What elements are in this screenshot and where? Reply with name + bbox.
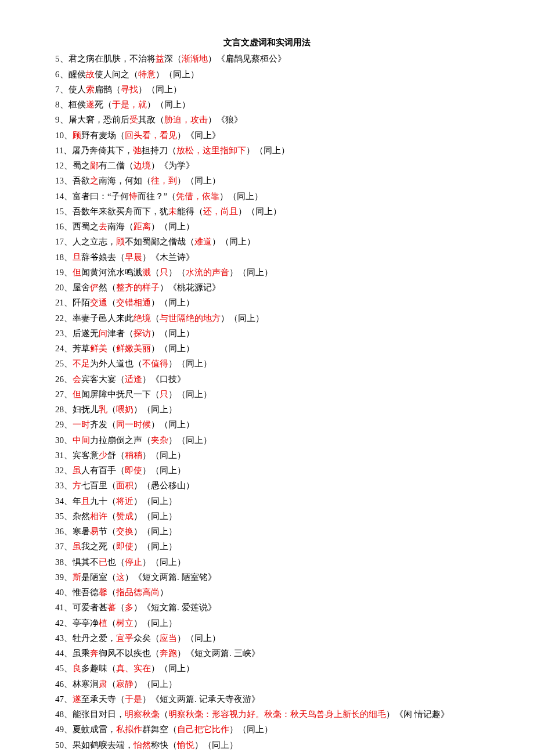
keyword-text: 渐渐地 — [182, 54, 208, 63]
list-item: 48、能张目对日，明察秋毫（明察秋毫：形容视力好。秋毫：秋天鸟兽身上新长的细毛）… — [55, 707, 479, 722]
keyword-text: 难道 — [194, 237, 212, 246]
entry-number: 21、 — [55, 298, 73, 307]
list-item: 7、使人索扁鹊（寻找）（同上） — [55, 82, 479, 97]
list-item: 14、富者曰：“子何恃而往？”（凭借，依靠）（同上） — [55, 189, 479, 204]
list-item: 16、西蜀之去南海（距离）（同上） — [55, 219, 479, 234]
keyword-text: 绝境 — [134, 314, 151, 323]
keyword-text: 不值得 — [142, 359, 168, 368]
keyword-text: 相许 — [90, 512, 107, 521]
body-text: ）（同上） — [134, 496, 177, 506]
list-item: 8、桓侯遂死（于是，就）（同上） — [55, 97, 479, 112]
body-text: 屋舍 — [73, 283, 90, 292]
list-item: 30、中间力拉崩倒之声（夹杂）（同上） — [55, 433, 479, 448]
body-text: ）（同上） — [168, 390, 212, 399]
body-text: ）（同上） — [246, 146, 290, 155]
keyword-text: 自己把它比作 — [177, 725, 229, 734]
body-text: 南海（ — [107, 222, 134, 231]
list-item: 31、宾客意少舒（稍稍）（同上） — [55, 448, 479, 463]
keyword-text: 夹杂 — [151, 435, 168, 445]
body-text: 闻黄河流水鸣溅 — [81, 268, 142, 277]
keyword-text: 只 — [160, 268, 168, 277]
keyword-text: 距离 — [134, 222, 151, 231]
list-item: 20、屋舍俨然（整齐的样子）《桃花源记》 — [55, 280, 479, 295]
keyword-text: 指品德高尚 — [116, 588, 160, 597]
body-text: ）（同上） — [219, 192, 263, 201]
keyword-text: 受 — [129, 115, 138, 124]
entry-number: 18、 — [55, 253, 73, 262]
keyword-text: 还，尚且 — [203, 207, 238, 216]
body-text: ）《短文两篇. 三峡》 — [177, 649, 260, 658]
keyword-text: 真、实在 — [116, 664, 151, 673]
body-text: （ — [160, 710, 168, 719]
entry-number: 41、 — [55, 603, 73, 612]
entry-number: 9、 — [55, 115, 68, 124]
list-item: 33、方七百里（面积）（愚公移山） — [55, 478, 479, 493]
keyword-text: 喂奶 — [116, 405, 134, 414]
body-text: 亭亭净 — [73, 618, 99, 628]
body-text: 众矣（ — [134, 633, 160, 643]
list-item: 24、芳草鲜美（鲜嫩美丽）（同上） — [55, 341, 479, 356]
body-text: 死（ — [95, 100, 112, 109]
body-text: 深（ — [164, 54, 182, 63]
entry-number: 23、 — [55, 329, 73, 338]
entry-number: 27、 — [55, 390, 73, 399]
list-item: 49、夏蚊成雷，私拟作群舞空（自己把它比作）（同上） — [55, 722, 479, 737]
keyword-text: 益 — [156, 54, 164, 63]
body-text: 能张目对日， — [73, 710, 125, 719]
keyword-text: 私拟作 — [116, 725, 142, 734]
body-text: ）（同上） — [229, 268, 273, 277]
keyword-text: 索 — [86, 85, 95, 94]
keyword-text: 水流的声音 — [186, 268, 229, 277]
list-item: 43、牡丹之爱，宜乎众矣（应当）（同上） — [55, 631, 479, 646]
body-text: 其敌（ — [138, 115, 164, 124]
list-item: 46、林寒涧肃（寂静）（同上） — [55, 676, 479, 692]
body-text: ）《为学》 — [151, 161, 194, 170]
list-item: 15、吾数年来欲买舟而下，犹未能得（还，尚且）（同上） — [55, 204, 479, 219]
body-text: ）（同上） — [151, 329, 194, 338]
body-text: ）（同上） — [151, 298, 194, 307]
entry-number: 25、 — [55, 359, 73, 368]
body-text: 牡丹之爱， — [73, 633, 116, 643]
keyword-text: 肃 — [99, 679, 107, 689]
body-text: 吾欲 — [73, 176, 90, 185]
keyword-text: 适逢 — [125, 375, 142, 384]
keyword-text: 交通 — [90, 298, 107, 307]
entry-number: 33、 — [55, 481, 73, 490]
body-text: ）《桃花源记》 — [160, 283, 221, 292]
keyword-text: 但 — [73, 268, 81, 277]
keyword-text: 虽 — [73, 542, 81, 551]
keyword-text: 奔 — [90, 649, 99, 658]
list-item: 35、杂然相许（赞成）（同上） — [55, 509, 479, 524]
keyword-text: 明察秋毫：形容视力好。秋毫：秋天鸟兽身上新长的细毛 — [168, 710, 386, 719]
list-item: 44、虽乘奔御风不以疾也（奔跑）《短文两篇. 三峡》 — [55, 646, 479, 661]
body-text: 蜀之 — [73, 161, 90, 170]
list-item: 42、亭亭净植（树立）（同上） — [55, 615, 479, 631]
body-text: ）（同上） — [177, 633, 221, 643]
body-text: （ — [107, 679, 116, 689]
body-text: 也（ — [107, 557, 125, 567]
list-item: 28、妇抚儿乳（喂奶）（同上） — [55, 402, 479, 417]
keyword-text: 奔跑 — [160, 649, 177, 658]
entry-number: 17、 — [55, 237, 73, 246]
keyword-text: 与世隔绝的地方 — [160, 314, 221, 323]
body-text: 津者（ — [107, 329, 134, 338]
entry-number: 10、 — [55, 131, 73, 140]
body-text: 可爱者甚 — [73, 603, 107, 612]
body-text: 七百里（ — [81, 481, 116, 490]
keyword-text: 去 — [99, 222, 107, 231]
entry-number: 14、 — [55, 192, 73, 201]
entry-number: 32、 — [55, 466, 73, 475]
entry-number: 16、 — [55, 222, 73, 231]
body-text: （ — [151, 314, 160, 323]
list-item: 23、后遂无问津者（探访）（同上） — [55, 326, 479, 341]
keyword-text: 赞成 — [116, 512, 134, 521]
keyword-text: 往，到 — [151, 176, 177, 185]
keyword-text: 但 — [73, 390, 81, 399]
keyword-text: 早晨 — [125, 253, 142, 262]
body-text: ）《短文两篇. 记承天寺夜游》 — [142, 694, 260, 704]
entry-number: 29、 — [55, 420, 73, 429]
body-text: ）《扁鹊见蔡桓公》 — [208, 54, 286, 63]
keyword-text: 寻找 — [121, 85, 138, 94]
entry-number: 15、 — [55, 207, 73, 216]
entry-number: 50、 — [55, 740, 73, 750]
